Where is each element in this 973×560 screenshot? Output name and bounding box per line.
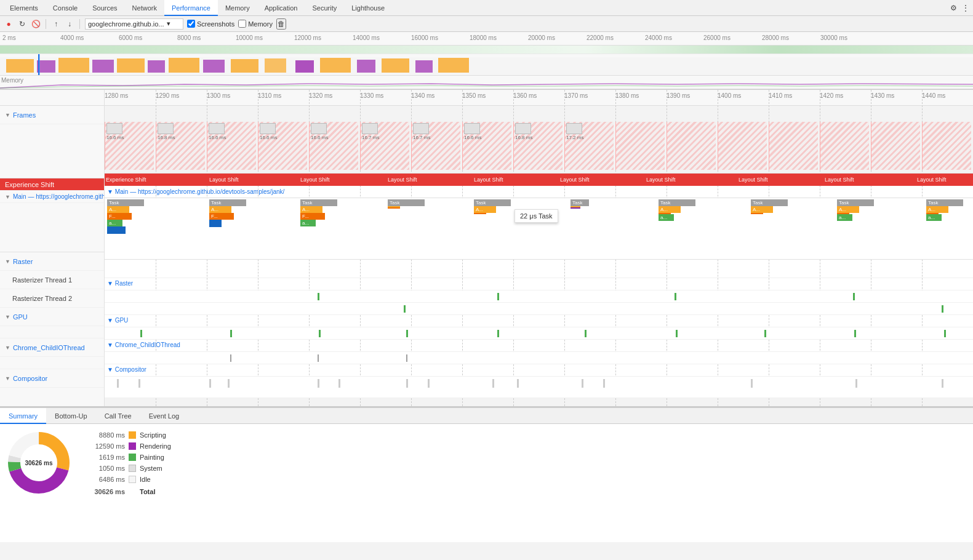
tab-lighthouse[interactable]: Lighthouse — [344, 0, 392, 16]
rasterizer2-label: Rasterizer Thread 2 — [0, 289, 104, 308]
tab-event-log[interactable]: Event Log — [140, 408, 188, 424]
ruler-tick-6: 14000 ms — [353, 34, 380, 41]
comp-bar-6 — [406, 379, 408, 388]
ruler-tick-1: 4000 ms — [60, 34, 84, 41]
ruler-tick-11: 24000 ms — [645, 34, 672, 41]
tick-1370: 1370 ms — [564, 92, 588, 99]
record-button[interactable]: ● — [4, 19, 14, 29]
gpu-bar-7 — [764, 330, 766, 337]
memory-checkbox-label[interactable]: Memory — [238, 20, 273, 28]
comp-bar-13 — [855, 379, 857, 388]
memory-label: Memory — [248, 20, 273, 28]
ruler-tick-4: 10000 ms — [236, 34, 263, 41]
svg-rect-11 — [295, 60, 314, 73]
gpu-bar-5 — [585, 330, 587, 337]
cpu-overview-strip — [0, 54, 973, 76]
tick-1440: 1440 ms — [922, 92, 945, 99]
timeline-tracks[interactable]: 1280 ms 1290 ms 1300 ms 1310 ms 1320 ms … — [105, 90, 973, 406]
stat-painting-label: Painting — [140, 454, 164, 461]
url-selector[interactable]: googlechrome.github.io... ▾ — [85, 18, 183, 30]
stat-scripting-ms: 8880 ms — [85, 431, 125, 439]
tab-memory[interactable]: Memory — [218, 0, 257, 16]
svg-rect-3 — [58, 58, 89, 73]
frame-6: 16.7 ms — [411, 122, 460, 170]
task-7: Task A... — [751, 199, 788, 214]
frame-8: 16.8 ms — [513, 122, 563, 170]
frame-7: 16.6 ms — [462, 122, 511, 170]
stat-idle-ms: 6486 ms — [85, 476, 125, 483]
stat-scripting-label: Scripting — [140, 431, 166, 439]
chrome-io-track — [105, 352, 973, 364]
task-9: Task A... a... — [926, 199, 963, 221]
rast2-bar-1 — [942, 305, 943, 313]
stat-idle-label: Idle — [140, 476, 151, 483]
tab-bottom-up[interactable]: Bottom-Up — [46, 408, 96, 424]
delete-button[interactable]: 🗑 — [276, 18, 286, 30]
ruler-tick-9: 20000 ms — [528, 34, 555, 41]
main-thread-empty — [105, 260, 973, 278]
io-bar-1 — [318, 354, 319, 362]
frame-10 — [615, 122, 665, 170]
main-thread-label: ▼ Main — https://googlechrome.github.io/… — [105, 186, 973, 198]
ruler-tick-2: 6000 ms — [119, 34, 142, 41]
full-timeline-ruler: 2 ms 4000 ms 6000 ms 8000 ms 10000 ms 12… — [0, 32, 973, 46]
stat-scripting: 8880 ms Scripting — [85, 431, 171, 439]
ruler-tick-7: 16000 ms — [411, 34, 438, 41]
tab-summary[interactable]: Summary — [0, 408, 46, 424]
svg-rect-13 — [357, 60, 375, 73]
rasterizer1-track — [105, 290, 973, 303]
stat-total-ms: 30626 ms — [85, 488, 125, 495]
separator — [46, 19, 46, 29]
tab-elements[interactable]: Elements — [2, 0, 46, 16]
tab-call-tree[interactable]: Call Tree — [96, 408, 140, 424]
main-thread-track: Task A... F... a... Task A... F... Task … — [105, 198, 973, 260]
ruler-tick-3: 8000 ms — [177, 34, 201, 41]
network-overview-strip — [0, 46, 973, 54]
reload-record-button[interactable]: ↻ — [17, 19, 27, 29]
stat-rendering-ms: 12590 ms — [85, 442, 125, 450]
load-profile-button[interactable]: ↑ — [51, 19, 61, 29]
tick-1310: 1310 ms — [258, 92, 281, 99]
frame-9: 17.2 ms — [564, 122, 614, 170]
timeline-overview: 2 ms 4000 ms 6000 ms 8000 ms 10000 ms 12… — [0, 32, 973, 90]
donut-chart: 30626 ms — [5, 429, 73, 497]
tab-application[interactable]: Application — [257, 0, 305, 16]
rast1-bar-2 — [675, 293, 676, 300]
tab-sources[interactable]: Sources — [85, 0, 124, 16]
chrome-io-label: ▼ Chrome_ChildIOThread — [0, 338, 104, 357]
svg-rect-0 — [0, 57, 973, 76]
memory-checkbox[interactable] — [238, 20, 246, 28]
memory-label-strip: Memory — [1, 77, 23, 84]
layout-shift-2: Layout Shift — [300, 177, 330, 183]
tick-1390: 1390 ms — [667, 92, 690, 99]
settings-icon[interactable]: ⚙ — [948, 3, 958, 13]
stat-system-color — [129, 465, 136, 472]
tab-network[interactable]: Network — [125, 0, 164, 16]
tab-console[interactable]: Console — [46, 0, 85, 16]
screenshots-checkbox-label[interactable]: Screenshots — [187, 20, 234, 28]
tick-1300: 1300 ms — [207, 92, 230, 99]
main-row-label: ▼ Main — https://googlechrome.github.io/… — [0, 191, 104, 203]
tab-performance[interactable]: Performance — [164, 0, 218, 16]
chrome-io-header: ▼ Chrome_ChildIOThread — [105, 340, 973, 352]
more-options-icon[interactable]: ⋮ — [961, 3, 971, 13]
task-2: Task A... F... a... — [300, 199, 337, 226]
screenshots-checkbox[interactable] — [187, 20, 195, 28]
separator2 — [79, 19, 80, 29]
tick-1320: 1320 ms — [309, 92, 332, 99]
clear-button[interactable]: 🚫 — [31, 19, 41, 29]
ruler-tick-10: 22000 ms — [587, 34, 614, 41]
gpu-bar-3 — [406, 330, 408, 337]
tick-1290: 1290 ms — [156, 92, 179, 99]
save-profile-button[interactable]: ↓ — [65, 19, 74, 29]
donut-label: 30626 ms — [25, 460, 52, 466]
frame-3: 16.6 ms — [258, 122, 307, 170]
ruler-tick-14: 30000 ms — [820, 34, 847, 41]
tick-1360: 1360 ms — [513, 92, 537, 99]
tab-security[interactable]: Security — [305, 0, 344, 16]
svg-rect-8 — [203, 60, 225, 73]
stat-total-label: Total — [140, 488, 155, 495]
comp-bar-2 — [209, 379, 211, 388]
svg-rect-15 — [415, 60, 433, 73]
layout-shift-6: Layout Shift — [646, 177, 676, 183]
